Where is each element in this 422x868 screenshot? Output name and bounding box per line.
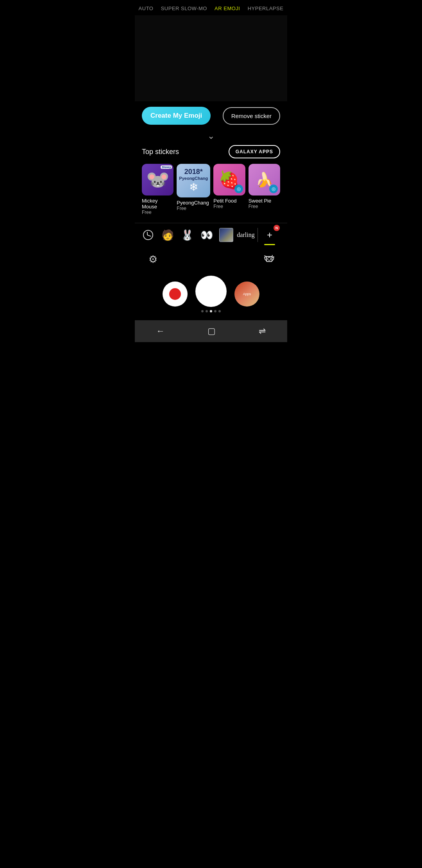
clock-icon [143, 230, 153, 240]
rabbit-icon: 🐰 [181, 229, 193, 241]
camera-flip-icon [263, 254, 275, 264]
disney-badge: Disney [161, 165, 172, 169]
nav-back-button[interactable]: ← [156, 326, 165, 336]
pyeongchang-location: PyeongChang [179, 176, 208, 181]
nav-home-button[interactable]: ▢ [207, 326, 216, 336]
stickers-header: Top stickers GALAXY APPS [142, 145, 280, 158]
face-icon: 🧑 [161, 229, 174, 241]
sticker-petit-food[interactable]: ◎ Petit Food Free [213, 164, 245, 215]
sticker-grid: Disney Mickey Mouse Free 2018* PyeongCha… [142, 164, 280, 215]
petit-food-badge: ◎ [234, 185, 243, 193]
record-dot-icon [169, 288, 181, 300]
pyeongchang-inner: 2018* PyeongChang ❄ [177, 164, 210, 197]
shutter-button[interactable] [195, 276, 227, 307]
gallery-thumbnail[interactable]: Apps [234, 282, 259, 307]
sticker-mickey-name: Mickey Mouse [142, 198, 173, 210]
emoji-bar-landscape[interactable] [218, 227, 234, 243]
owl-icon: 👀 [200, 229, 213, 241]
sticker-pyeongchang[interactable]: 2018* PyeongChang ❄ PyeongChang Free [177, 164, 210, 215]
dot-5 [218, 310, 221, 312]
add-underline [264, 244, 275, 245]
emoji-bar-rabbit[interactable]: 🐰 [179, 227, 195, 243]
camera-flip-button[interactable] [261, 251, 278, 268]
sticker-mickey-label: Mickey Mouse Free [142, 198, 173, 215]
sticker-sweetpie-price: Free [249, 204, 280, 209]
bottom-controls: ⚙ [135, 247, 287, 270]
create-emoji-button[interactable]: Create My Emoji [142, 107, 211, 125]
notification-dot: N [274, 225, 280, 231]
dot-4 [214, 310, 216, 312]
mode-tabs: AUTO SUPER SLOW-MO AR EMOJI HYPERLAPSE [135, 0, 287, 15]
dot-1 [201, 310, 204, 312]
shutter-dots [201, 310, 221, 312]
emoji-bar-darling[interactable]: darling [238, 227, 254, 243]
emoji-bar-recent[interactable] [140, 227, 156, 243]
action-row: Create My Emoji Remove sticker [135, 101, 287, 130]
nav-recents-button[interactable]: ⇌ [259, 326, 266, 336]
mode-super-slow-mo[interactable]: SUPER SLOW-MO [161, 5, 207, 11]
add-icon: + [267, 230, 272, 240]
svg-point-1 [268, 257, 271, 260]
sticker-pyeongchang-price: Free [177, 206, 210, 211]
record-button[interactable] [163, 282, 188, 307]
mode-ar-emoji[interactable]: AR EMOJI [215, 5, 240, 11]
emoji-bar-divider [257, 228, 258, 242]
sticker-food-name: Petit Food [213, 198, 245, 204]
pyeongchang-year: 2018* [184, 168, 203, 176]
gear-icon: ⚙ [148, 253, 157, 265]
sweet-pie-badge: ◎ [269, 185, 278, 193]
sticker-sweet-pie[interactable]: ◎ Sweet Pie Free [249, 164, 280, 215]
mode-auto[interactable]: AUTO [139, 5, 154, 11]
clock-hand-minute [147, 235, 151, 237]
sticker-mickey-price: Free [142, 210, 173, 215]
emoji-bar-add[interactable]: + N [262, 227, 277, 243]
dot-3 [210, 310, 212, 312]
shutter-wrapper [195, 276, 227, 312]
mode-hyperlapse[interactable]: HYPERLAPSE [248, 5, 284, 11]
sticker-pyeongchang-label: PyeongChang Free [177, 200, 210, 211]
sticker-pyeongchang-name: PyeongChang [177, 200, 210, 206]
emoji-bar-owl[interactable]: 👀 [199, 227, 215, 243]
galaxy-apps-button[interactable]: GALAXY APPS [229, 145, 280, 158]
settings-button[interactable]: ⚙ [144, 251, 161, 268]
emoji-category-bar: 🧑 🐰 👀 darling + N [135, 223, 287, 247]
sticker-sweetpie-name: Sweet Pie [249, 198, 280, 204]
remove-sticker-button[interactable]: Remove sticker [223, 107, 280, 125]
landscape-icon [219, 228, 233, 242]
dot-2 [206, 310, 208, 312]
sticker-sweetpie-label: Sweet Pie Free [249, 198, 280, 209]
darling-text-icon: darling [237, 231, 254, 239]
chevron-row: ⌄ [135, 130, 287, 145]
top-stickers-title: Top stickers [142, 148, 179, 156]
shutter-area: Apps [135, 270, 287, 320]
system-nav-bar: ← ▢ ⇌ [135, 320, 287, 342]
top-stickers-section: Top stickers GALAXY APPS Disney Mickey M… [135, 145, 287, 223]
gallery-preview: Apps [234, 282, 259, 307]
camera-viewfinder [135, 15, 287, 101]
emoji-bar-face[interactable]: 🧑 [160, 227, 175, 243]
chevron-down-icon[interactable]: ⌄ [207, 131, 215, 141]
sticker-food-price: Free [213, 204, 245, 209]
sticker-food-label: Petit Food Free [213, 198, 245, 209]
sticker-mickey-mouse[interactable]: Disney Mickey Mouse Free [142, 164, 173, 215]
